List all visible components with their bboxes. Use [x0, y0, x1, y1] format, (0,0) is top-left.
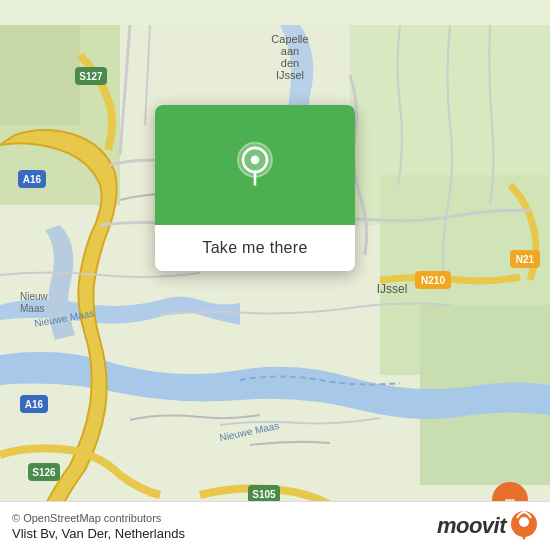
footer-info: © OpenStreetMap contributors Vlist Bv, V…	[12, 512, 185, 541]
svg-text:den: den	[281, 57, 299, 69]
svg-text:IJssel: IJssel	[377, 282, 408, 296]
svg-point-35	[251, 156, 260, 165]
svg-text:S105: S105	[252, 489, 276, 500]
svg-text:Capelle: Capelle	[271, 33, 308, 45]
svg-text:S127: S127	[79, 71, 103, 82]
svg-text:S126: S126	[32, 467, 56, 478]
take-me-there-button[interactable]: Take me there	[155, 225, 355, 271]
map-svg: S127 A16 A16 S126 S105 N210 N21 Capelle …	[0, 0, 550, 550]
moovit-logo: moovit	[437, 510, 538, 542]
popup-card: Take me there	[155, 105, 355, 271]
svg-text:IJssel: IJssel	[276, 69, 304, 81]
location-label: Vlist Bv, Van Der, Netherlands	[12, 526, 185, 541]
svg-point-38	[519, 517, 529, 527]
svg-rect-2	[0, 25, 80, 125]
popup-green-area	[155, 105, 355, 225]
map-container: S127 A16 A16 S126 S105 N210 N21 Capelle …	[0, 0, 550, 550]
svg-text:aan: aan	[281, 45, 299, 57]
svg-text:Nieuw: Nieuw	[20, 291, 49, 302]
svg-text:Maas: Maas	[20, 303, 44, 314]
moovit-marker-icon	[510, 510, 538, 542]
svg-text:N210: N210	[421, 275, 445, 286]
footer-bar: © OpenStreetMap contributors Vlist Bv, V…	[0, 501, 550, 550]
svg-text:N21: N21	[516, 254, 535, 265]
moovit-brand-text: moovit	[437, 513, 506, 539]
svg-text:A16: A16	[25, 399, 44, 410]
location-pin-icon	[231, 141, 279, 189]
map-attribution: © OpenStreetMap contributors	[12, 512, 185, 524]
svg-text:A16: A16	[23, 174, 42, 185]
